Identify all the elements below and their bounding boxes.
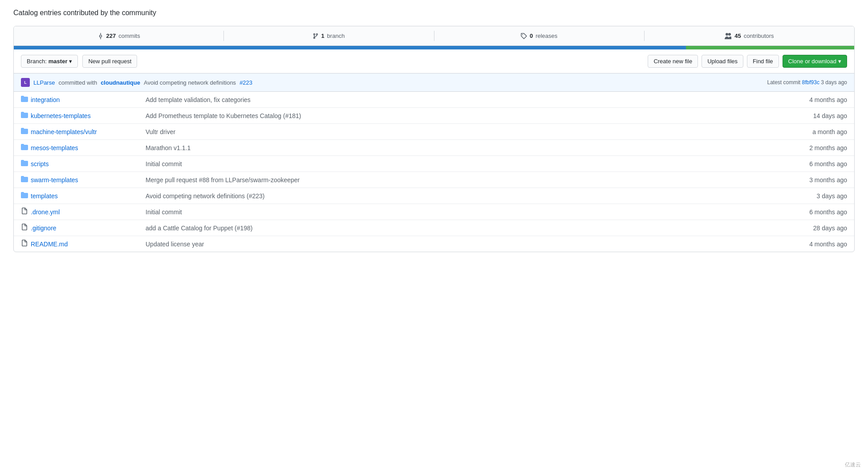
branch-icon [313,33,318,39]
folder-icon [21,159,28,168]
table-row: README.md Updated license year 4 months … [14,236,854,252]
new-pull-request-button[interactable]: New pull request [82,55,137,68]
file-message-cell: Add template validation, fix categories [138,92,796,108]
svg-point-6 [522,34,523,35]
language-bar [14,46,854,49]
file-icon-wrapper: mesos-templates [21,143,78,152]
file-name-link[interactable]: .drone.yml [31,208,60,216]
file-time-cell: 6 months ago [796,204,854,220]
find-file-button[interactable]: Find file [747,55,779,68]
action-bar-right: Create new file Upload files Find file C… [648,55,847,68]
file-message-cell: Initial commit [138,156,796,172]
file-time-cell: 6 months ago [796,156,854,172]
file-time-cell: 14 days ago [796,108,854,124]
file-name-link[interactable]: templates [31,192,58,200]
file-name-link[interactable]: README.md [31,241,68,248]
table-row: scripts Initial commit 6 months ago [14,156,854,172]
commit-hash-link[interactable]: 8fbf93c [802,79,819,86]
contributors-icon [725,33,732,39]
file-icon-wrapper: templates [21,192,58,200]
file-name-cell: .gitignore [14,220,138,236]
file-message-cell: Initial commit [138,204,796,220]
commit-pr-link[interactable]: #223 [239,79,252,86]
file-message-cell: Merge pull request #88 from LLParse/swar… [138,172,796,188]
folder-icon [21,95,28,104]
commits-label: commits [118,33,140,39]
commit-text-committed: committed with [58,79,97,86]
action-bar-left: Branch: master ▾ New pull request [21,55,137,68]
commit-row-left: L LLParse committed with cloudnautique A… [21,78,252,87]
stat-branches[interactable]: 1 branch [224,31,434,41]
folder-icon [21,176,28,184]
file-table-body: integration Add template validation, fix… [14,92,854,252]
file-icon-wrapper: integration [21,95,60,104]
clone-or-download-button[interactable]: Clone or download ▾ [783,55,847,68]
file-name-link[interactable]: swarm-templates [31,176,78,184]
branch-name: master [49,58,68,65]
file-table: integration Add template validation, fix… [14,92,854,252]
file-icon-wrapper: machine-templates/vultr [21,127,97,136]
file-time-cell: 4 months ago [796,236,854,252]
contributors-label: contributors [744,33,774,39]
file-time-cell: 3 days ago [796,188,854,204]
page-title: Catalog entries contributed by the commu… [13,9,855,17]
table-row: .drone.yml Initial commit 6 months ago [14,204,854,220]
branch-selector[interactable]: Branch: master ▾ [21,55,78,68]
table-row: kubernetes-templates Add Prometheus temp… [14,108,854,124]
stats-bar: 227 commits 1 branch 0 [14,26,854,46]
file-name-link[interactable]: mesos-templates [31,144,78,151]
file-time-cell: 2 months ago [796,140,854,156]
releases-count: 0 [530,33,533,39]
commit-row: L LLParse committed with cloudnautique A… [14,74,854,92]
file-name-cell: README.md [14,236,138,252]
stat-commits[interactable]: 227 commits [14,31,224,41]
releases-label: releases [535,33,557,39]
file-message-cell: Add Prometheus template to Kubernetes Ca… [138,108,796,124]
commit-author[interactable]: LLParse [33,79,55,86]
file-icon-wrapper: scripts [21,159,49,168]
file-name-link[interactable]: machine-templates/vultr [31,128,97,135]
file-name-link[interactable]: scripts [31,160,49,168]
create-new-file-button[interactable]: Create new file [648,55,698,68]
folder-icon [21,111,28,120]
folder-icon [21,192,28,200]
file-doc-icon [21,240,28,248]
contributors-count: 45 [734,33,741,39]
branch-label: Branch: [27,58,47,65]
file-name-link[interactable]: .gitignore [31,225,57,232]
commit-coauthor-link[interactable]: cloudnautique [101,79,140,86]
file-message-cell: Marathon v1.1.1 [138,140,796,156]
clone-chevron-icon: ▾ [838,58,841,65]
commit-coauthor: cloudnautique [101,79,140,86]
file-message-cell: add a Cattle Catalog for Puppet (#198) [138,220,796,236]
commits-count: 227 [106,33,116,39]
file-doc-icon [21,224,28,232]
clone-label: Clone or download [788,58,836,65]
folder-icon [21,143,28,152]
upload-files-button[interactable]: Upload files [702,55,743,68]
file-name-cell: integration [14,92,138,108]
branch-chevron-icon: ▾ [69,58,72,65]
file-message-cell: Avoid competing network definitions (#22… [138,188,796,204]
file-time-cell: 28 days ago [796,220,854,236]
file-name-cell: swarm-templates [14,172,138,188]
file-name-link[interactable]: kubernetes-templates [31,112,91,119]
lang-bar-green [686,46,854,49]
stat-releases[interactable]: 0 releases [434,31,645,41]
stat-contributors[interactable]: 45 contributors [645,31,854,41]
commit-author-link[interactable]: LLParse [33,79,55,86]
commit-time: 3 days ago [821,79,847,86]
avatar: L [21,78,30,87]
file-icon-wrapper: README.md [21,240,68,248]
lang-bar-blue [14,46,686,49]
file-name-cell: .drone.yml [14,204,138,220]
file-icon-wrapper: .gitignore [21,224,57,232]
file-message-cell: Vultr driver [138,124,796,140]
branches-label: branch [327,33,345,39]
table-row: integration Add template validation, fix… [14,92,854,108]
commit-row-right: Latest commit 8fbf93c 3 days ago [767,79,847,86]
file-icon-wrapper: kubernetes-templates [21,111,91,120]
folder-icon [21,127,28,136]
file-name-link[interactable]: integration [31,96,60,103]
repo-container: 227 commits 1 branch 0 [13,26,855,252]
